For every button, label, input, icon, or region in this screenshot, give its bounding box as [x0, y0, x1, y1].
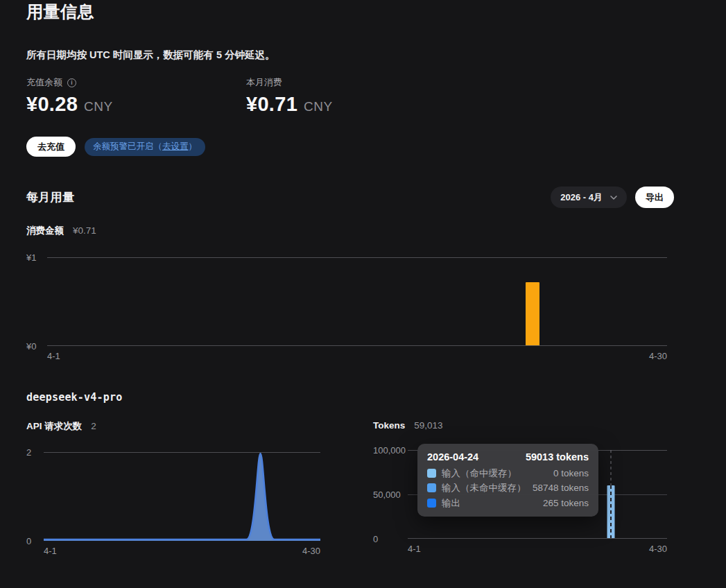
spend-chart-plot [47, 257, 667, 346]
alert-badge-text: 余额预警已开启（ [93, 141, 162, 153]
api-area-fill [44, 453, 320, 541]
monthly-spend-label: 本月消费 [246, 77, 282, 88]
utc-delay-note: 所有日期均按 UTC 时间显示，数据可能有 5 分钟延迟。 [26, 48, 667, 62]
spend-chart-title-row: 消费金额 ¥0.71 [26, 225, 667, 237]
api-line [44, 453, 320, 539]
tooltip-row-label: 输出 [442, 498, 543, 508]
y-tick: 0 [26, 536, 31, 546]
page-title: 用量信息 [26, 1, 667, 22]
y-tick: 2 [26, 447, 31, 458]
tokens-total: 59,013 [414, 420, 442, 431]
x-tick: 4-1 [408, 544, 421, 554]
x-tick: 4-30 [302, 546, 320, 556]
api-requests-line-chart[interactable] [44, 452, 320, 541]
export-button[interactable]: 导出 [635, 187, 674, 208]
tooltip-row: 输入（未命中缓存） 58748 tokens [427, 483, 589, 493]
tooltip-row: 输入（命中缓存） 0 tokens [427, 468, 589, 478]
y-tick: 100,000 [373, 445, 406, 456]
monthly-spend-currency: CNY [304, 99, 333, 114]
chevron-down-icon [610, 196, 617, 200]
tokens-chart: Tokens 59,013 100,000 50,000 0 2026-04-2… [373, 420, 667, 556]
tooltip-row: 输出 265 tokens [427, 498, 589, 508]
spend-chart-title: 消费金额 [26, 225, 64, 237]
tokens-plot: 2026-04-24 59013 tokens 输入（命中缓存） 0 token… [408, 450, 667, 539]
model-name-heading: deepseek-v4-pro [26, 391, 667, 404]
tooltip-row-value: 0 tokens [553, 468, 589, 478]
spend-chart-total: ¥0.71 [73, 225, 96, 236]
balance-label: 充值余额 [26, 77, 62, 88]
tokens-title: Tokens [373, 420, 405, 431]
y-tick: ¥0 [26, 341, 36, 352]
tooltip-total: 59013 tokens [526, 451, 589, 463]
x-tick: 4-1 [44, 546, 57, 556]
x-tick: 4-30 [649, 544, 667, 554]
tooltip-row-value: 265 tokens [543, 498, 589, 508]
balance-currency: CNY [84, 99, 113, 114]
api-requests-total: 2 [91, 421, 96, 431]
gridline [408, 538, 667, 539]
alert-settings-link[interactable]: 去设置 [162, 141, 189, 153]
tooltip-row-label: 输入（命中缓存） [442, 468, 553, 478]
balance-alert-badge: 余额预警已开启（去设置） [85, 138, 205, 156]
api-requests-chart: API 请求次数 2 2 0 4-1 4-30 [26, 420, 320, 556]
alert-badge-suffix: ） [189, 141, 198, 153]
tooltip-swatch [427, 469, 436, 478]
tooltip-swatch [427, 483, 436, 492]
monthly-spend-stat: 本月消费 ¥0.71 CNY [246, 77, 466, 115]
x-tick: 4-30 [649, 351, 667, 361]
y-tick: 0 [373, 534, 378, 544]
tooltip-row-label: 输入（未命中缓存） [442, 483, 533, 493]
tokens-bar-inner-line [610, 485, 612, 538]
tooltip-date: 2026-04-24 [427, 451, 478, 463]
month-selector-value: 2026 - 4月 [560, 191, 603, 204]
month-selector[interactable]: 2026 - 4月 [551, 187, 627, 208]
gridline [47, 345, 667, 346]
balance-value: ¥0.28 [26, 93, 78, 115]
api-requests-plot [44, 452, 320, 541]
spend-bar[interactable] [526, 282, 539, 345]
tooltip-swatch [427, 499, 436, 508]
api-requests-title: API 请求次数 [26, 420, 82, 433]
recharge-button[interactable]: 去充值 [26, 137, 76, 157]
info-icon[interactable]: i [67, 78, 76, 87]
tooltip-row-value: 58748 tokens [533, 483, 589, 493]
y-tick: 50,000 [373, 490, 401, 500]
tokens-tooltip: 2026-04-24 59013 tokens 输入（命中缓存） 0 token… [417, 444, 598, 517]
gridline [47, 257, 667, 258]
spend-chart: ¥1 ¥0 4-1 4-30 [26, 257, 667, 361]
x-tick: 4-1 [47, 351, 60, 361]
monthly-spend-value: ¥0.71 [246, 93, 297, 115]
balance-stat: 充值余额 i ¥0.28 CNY [26, 77, 246, 115]
y-tick: ¥1 [26, 252, 36, 263]
model-charts-grid: API 请求次数 2 2 0 4-1 4-30 Tokens [26, 420, 667, 556]
monthly-usage-heading: 每月用量 [26, 189, 74, 205]
stats-row: 充值余额 i ¥0.28 CNY 本月消费 ¥0.71 CNY [26, 77, 667, 115]
monthly-usage-header: 每月用量 2026 - 4月 导出 [26, 187, 667, 208]
actions-row: 去充值 余额预警已开启（去设置） [26, 137, 667, 157]
